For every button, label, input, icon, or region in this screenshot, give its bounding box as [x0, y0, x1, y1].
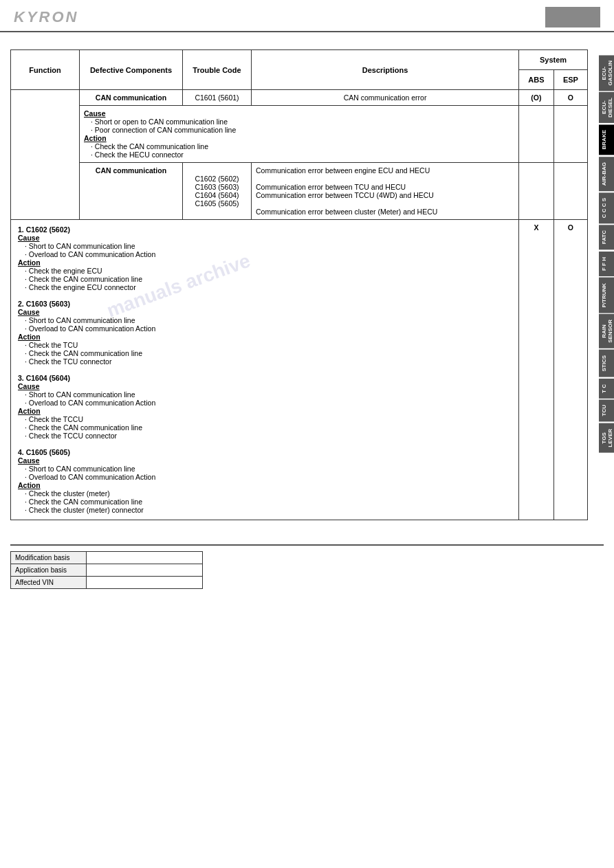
sidebar-tab-tcu[interactable]: TCU	[599, 399, 614, 421]
sidebar-tab-ecu-diesel[interactable]: ECU-DIESEL	[599, 92, 614, 123]
cell-defective-1: CAN communication	[80, 90, 183, 106]
action-s1-1: · Check the engine ECU	[18, 267, 512, 275]
sidebar-tab-p-trunk[interactable]: P/TRUNK	[599, 278, 614, 313]
table-row-detail-1: Cause · Short or open to CAN communicati…	[11, 106, 588, 163]
footer-value-application	[86, 564, 202, 577]
th-abs: ABS	[519, 70, 554, 90]
action-item-1-1: · Check the CAN communication line	[84, 142, 208, 151]
section-1-num: 1. C1602 (5602)	[18, 225, 512, 234]
cell-abs-1: (O)	[519, 90, 554, 106]
section-1: 1. C1602 (5602) Cause · Short to CAN com…	[18, 225, 512, 291]
table-row-3: 1. C1602 (5602) Cause · Short to CAN com…	[11, 220, 588, 520]
cause-s1-2: · Overload to CAN communication Action	[18, 250, 512, 258]
cause-label-s1: Cause	[18, 234, 40, 242]
action-s2-3: · Check the TCU connector	[18, 357, 512, 366]
action-s1-3: · Check the engine ECU connector	[18, 283, 512, 291]
cell-trouble-1: C1601 (5601)	[183, 90, 252, 106]
header-box	[545, 7, 600, 27]
cause-item-1-1: · Short or open to CAN communication lin…	[84, 118, 228, 126]
cause-s4-2: · Overload to CAN communication Action	[18, 473, 512, 481]
main-content: Function Defective Components Trouble Co…	[0, 32, 614, 531]
cause-label-s3: Cause	[18, 382, 40, 390]
cell-trouble-2: C1602 (5602)C1603 (5603)C1604 (5604)C160…	[183, 163, 252, 220]
action-label-s1: Action	[18, 258, 41, 267]
sidebar-tab-cccs[interactable]: C C C S	[599, 192, 614, 223]
sidebar-tab-tc[interactable]: T C	[599, 379, 614, 399]
action-s2-1: · Check the TCU	[18, 341, 512, 349]
action-s2-2: · Check the CAN communication line	[18, 349, 512, 357]
footer-section: Modification basis Application basis Aff…	[0, 544, 614, 589]
footer-row-application: Application basis	[11, 564, 203, 577]
cell-desc-1: CAN communication error	[252, 90, 519, 106]
th-system: System	[519, 50, 588, 70]
action-item-1-2: · Check the HECU connector	[84, 151, 184, 159]
sidebar-tab-stics[interactable]: STICS	[599, 350, 614, 377]
cause-s3-1: · Short to CAN communication line	[18, 390, 512, 399]
cause-s1-1: · Short to CAN communication line	[18, 242, 512, 250]
action-label-s4: Action	[18, 481, 41, 489]
section-2: 2. C1603 (5603) Cause · Short to CAN com…	[18, 300, 512, 366]
th-esp: ESP	[553, 70, 587, 90]
footer-label-modification: Modification basis	[11, 552, 87, 564]
main-table: Function Defective Components Trouble Co…	[10, 49, 588, 520]
footer-value-vin	[86, 577, 202, 589]
footer-table: Modification basis Application basis Aff…	[10, 551, 203, 589]
cause-item-1-2: · Poor connection of CAN communication l…	[84, 126, 236, 134]
cause-s4-1: · Short to CAN communication line	[18, 465, 512, 473]
sidebar-tab-rain-sensor[interactable]: RAINSENSOR	[599, 314, 614, 348]
footer-divider	[10, 544, 604, 546]
table-row-2: CAN communication C1602 (5602)C1603 (560…	[11, 163, 588, 220]
sidebar-tab-ecu-gasolin[interactable]: ECU-GASOLIN	[599, 55, 614, 91]
cause-label-s2: Cause	[18, 308, 40, 316]
cause-s3-2: · Overload to CAN communication Action	[18, 399, 512, 407]
action-s4-3: · Check the cluster (meter) connector	[18, 506, 512, 514]
cell-detail-all: 1. C1602 (5602) Cause · Short to CAN com…	[11, 220, 519, 520]
sidebar-tab-brake[interactable]: BRAKE	[599, 124, 614, 155]
cause-label-s4: Cause	[18, 456, 40, 465]
table-row: CAN communication C1601 (5601) CAN commu…	[11, 90, 588, 106]
cell-detail-1: Cause · Short or open to CAN communicati…	[80, 106, 519, 163]
sidebar-tab-air-bag[interactable]: AIR-BAG	[599, 157, 614, 191]
th-function: Function	[11, 50, 80, 90]
footer-row-vin: Affected VIN	[11, 577, 203, 589]
action-s4-1: · Check the cluster (meter)	[18, 489, 512, 498]
logo: KYRON	[14, 8, 78, 26]
action-s3-2: · Check the CAN communication line	[18, 423, 512, 432]
footer-label-vin: Affected VIN	[11, 577, 87, 589]
th-trouble: Trouble Code	[183, 50, 252, 90]
sidebar-tabs: ECU-GASOLIN ECU-DIESEL BRAKE AIR-BAG C C…	[599, 55, 614, 453]
page-header: KYRON	[0, 0, 614, 32]
th-defective: Defective Components	[80, 50, 183, 90]
sidebar-tab-tgs-lever[interactable]: TGSLEVER	[599, 423, 614, 453]
cell-function	[11, 90, 80, 220]
action-label-s3: Action	[18, 407, 41, 415]
action-s3-1: · Check the TCCU	[18, 415, 512, 423]
cause-s2-2: · Overload to CAN communication Action	[18, 324, 512, 333]
cell-esp-3: O	[553, 220, 587, 520]
action-s4-2: · Check the CAN communication line	[18, 498, 512, 506]
sidebar-tab-fatc[interactable]: FATC	[599, 225, 614, 249]
footer-row-modification: Modification basis	[11, 552, 203, 564]
section-3-num: 3. C1604 (5604)	[18, 374, 512, 382]
section-4-num: 4. C1605 (5605)	[18, 448, 512, 456]
cell-defective-2: CAN communication	[80, 163, 183, 220]
action-s3-3: · Check the TCCU connector	[18, 432, 512, 440]
cell-abs-3: X	[519, 220, 554, 520]
cell-esp-1: O	[553, 90, 587, 106]
th-descriptions: Descriptions	[252, 50, 519, 90]
cause-s2-1: · Short to CAN communication line	[18, 316, 512, 324]
sidebar-tab-ffh[interactable]: F F H	[599, 252, 614, 276]
footer-label-application: Application basis	[11, 564, 87, 577]
footer-value-modification	[86, 552, 202, 564]
cell-desc-2: Communication error between engine ECU a…	[252, 163, 519, 220]
cause-label-1: Cause	[84, 109, 106, 118]
action-label-s2: Action	[18, 333, 41, 341]
action-label-1: Action	[84, 134, 107, 142]
action-s1-2: · Check the CAN communication line	[18, 275, 512, 283]
section-3: 3. C1604 (5604) Cause · Short to CAN com…	[18, 374, 512, 440]
section-2-num: 2. C1603 (5603)	[18, 300, 512, 308]
section-4: 4. C1605 (5605) Cause · Short to CAN com…	[18, 448, 512, 514]
